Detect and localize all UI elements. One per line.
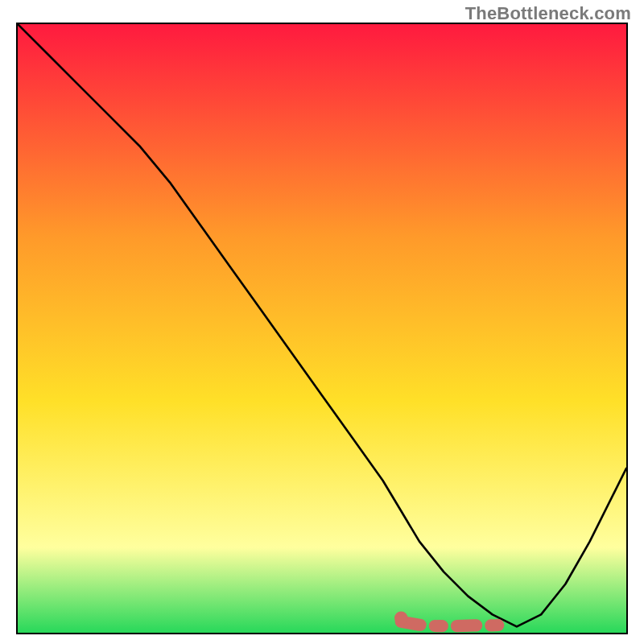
chart-stage: TheBottleneck.com xyxy=(0,0,644,644)
optimum-marker-path xyxy=(401,621,505,625)
bottleneck-curve xyxy=(18,24,626,626)
watermark-text: TheBottleneck.com xyxy=(465,3,631,24)
optimum-marker-group xyxy=(394,612,505,626)
optimum-marker-blob xyxy=(394,612,408,625)
curve-overlay xyxy=(18,24,626,633)
plot-frame xyxy=(16,23,628,634)
